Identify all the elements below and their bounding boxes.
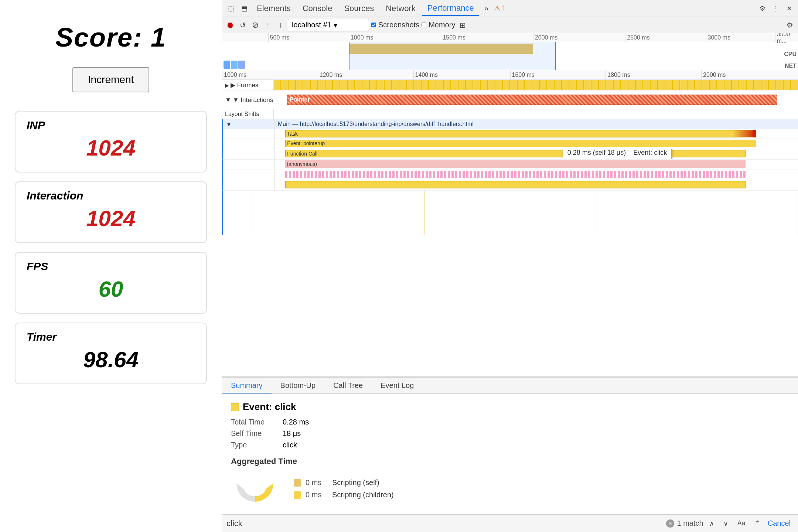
empty-track-area (222, 191, 798, 235)
main-thread-header: ▼ Main — http://localhost:5173/understan… (222, 119, 798, 129)
frames-expand-icon[interactable]: ▶ (225, 82, 229, 88)
task-content: Task (275, 129, 798, 139)
interactions-collapse-icon[interactable]: ▼ (225, 96, 231, 104)
search-input[interactable] (226, 519, 663, 528)
warning-count: 1 (502, 4, 506, 12)
aggregated-donut-chart (231, 472, 279, 505)
frames-content (274, 80, 798, 91)
bottom-up-tab[interactable]: Bottom-Up (272, 378, 325, 393)
fps-value: 60 (27, 276, 195, 302)
type-row: Type click (231, 441, 789, 449)
interactions-track: ▼ ▼ Interactions Pointer (222, 91, 798, 109)
screenshots-strip (222, 61, 798, 69)
clear-button[interactable]: ⊘ (250, 20, 260, 30)
aggregated-title: Aggregated Time (231, 457, 789, 466)
interaction-card: Interaction 1024 (15, 181, 207, 243)
layout-shifts-track: Layout Shifts (222, 109, 798, 119)
event-pointerup-label-cell (223, 139, 275, 149)
tab-sources[interactable]: Sources (339, 1, 379, 16)
increment-button[interactable]: Increment (72, 67, 150, 92)
cpu-label: CPU (784, 51, 797, 58)
pink-bars-label-cell (223, 170, 275, 180)
search-next-button[interactable]: ∨ (720, 518, 732, 529)
devtools-device-icon[interactable]: ⬒ (238, 3, 250, 14)
score-display: Score: 1 (55, 22, 166, 52)
tab-console[interactable]: Console (297, 1, 338, 16)
anonymous-track: (anonymous) (222, 160, 798, 170)
download-button[interactable]: ↓ (275, 20, 286, 30)
memory-checkbox[interactable] (422, 23, 426, 27)
task-label-cell (223, 129, 275, 139)
search-cancel-button[interactable]: Cancel (765, 518, 794, 529)
url-selector[interactable]: localhost #1 ▾ (288, 19, 369, 31)
function-call-track: Function Call 0.28 ms (self 18 μs) Event… (222, 149, 798, 160)
memory-icon[interactable]: ⊞ (457, 20, 468, 30)
main-tick-1600: 1600 ms (510, 70, 535, 79)
pointer-interaction-bar[interactable]: Pointer (287, 95, 777, 105)
url-label: localhost #1 (292, 21, 331, 29)
pink-bars-content (275, 170, 798, 180)
search-prev-button[interactable]: ∧ (706, 518, 717, 529)
chart-legend: 0 ms Scripting (self) 0 ms Scripting (ch… (294, 478, 394, 499)
tooltip-timing: 0.28 ms (self 18 μs) (567, 149, 626, 156)
interactions-label[interactable]: ▼ ▼ Interactions (222, 91, 276, 109)
legend-val-1: 0 ms (306, 491, 328, 499)
marker-line-3 (597, 191, 597, 235)
call-tree-tab[interactable]: Call Tree (324, 378, 372, 393)
event-pointerup-content: Event: pointerup (275, 139, 798, 149)
memory-label: Memory (429, 21, 455, 29)
performance-toolbar: ⏺ ↺ ⊘ ↑ ↓ localhost #1 ▾ Screenshots Mem… (222, 17, 798, 33)
self-time-value: 18 μs (283, 429, 301, 438)
yellow-bottom-track (222, 180, 798, 191)
devtools-picker-icon[interactable]: ⬚ (225, 3, 237, 14)
settings-icon[interactable]: ⚙ (757, 3, 768, 14)
more-tabs-icon[interactable]: » (481, 3, 492, 14)
main-tick-1400: 1400 ms (413, 70, 438, 79)
tab-performance[interactable]: Performance (422, 1, 479, 16)
toolbar-settings-icon[interactable]: ⚙ (785, 20, 795, 30)
legend-val-0: 0 ms (306, 478, 328, 487)
record-button[interactable]: ⏺ (225, 20, 235, 30)
close-icon[interactable]: ✕ (783, 3, 795, 14)
total-time-value: 0.28 ms (283, 418, 309, 426)
interaction-value: 1024 (27, 206, 195, 231)
screenshots-toggle[interactable]: Screenshots (371, 21, 419, 29)
event-name: Event: click (243, 401, 296, 413)
event-log-tab[interactable]: Event Log (372, 378, 423, 393)
task-bar[interactable]: Task (285, 130, 756, 137)
anonymous-bar[interactable]: (anonymous) (285, 160, 746, 168)
upload-button[interactable]: ↑ (263, 20, 273, 30)
search-regex-button[interactable]: .* (751, 518, 762, 529)
timeline-tracks: ▶ ▶ Frames ▼ ▼ Interactions (222, 80, 798, 376)
interactions-content: Pointer (276, 91, 798, 109)
url-dropdown-icon[interactable]: ▾ (334, 21, 337, 30)
interaction-label: Interaction (27, 190, 195, 202)
tick-500: 500 ms (268, 33, 289, 42)
screenshots-checkbox[interactable] (371, 23, 376, 27)
tab-elements[interactable]: Elements (252, 1, 296, 16)
interactions-text: ▼ Interactions (233, 96, 273, 104)
warning-triangle-icon: ⚠ (494, 4, 501, 13)
tab-network[interactable]: Network (381, 1, 421, 16)
legend-color-0 (294, 479, 301, 487)
event-color-indicator (231, 403, 239, 411)
timeline-overview[interactable]: 500 ms 1000 ms 1500 ms 2000 ms 2500 ms 3… (222, 33, 798, 70)
legend-label-0: Scripting (self) (332, 478, 379, 487)
main-tick-1800: 1800 ms (606, 70, 630, 79)
type-value: click (283, 441, 297, 449)
function-call-bar[interactable]: Function Call (285, 150, 746, 157)
search-case-sensitive-button[interactable]: Aa (734, 518, 748, 529)
type-label: Type (231, 441, 275, 449)
function-call-tooltip: 0.28 ms (self 18 μs) Event: click (563, 149, 672, 159)
memory-toggle[interactable]: Memory (422, 21, 455, 29)
tooltip-context: Event: click (633, 149, 667, 156)
event-pointerup-bar[interactable]: Event: pointerup (285, 140, 756, 147)
frames-label[interactable]: ▶ ▶ Frames (222, 80, 274, 91)
devtools-header: ⬚ ⬒ Elements Console Sources Network Per… (222, 0, 798, 17)
summary-tab[interactable]: Summary (222, 378, 272, 393)
more-options-icon[interactable]: ⋮ (770, 3, 782, 14)
search-clear-button[interactable]: ✕ (666, 519, 674, 528)
reload-record-button[interactable]: ↺ (238, 20, 248, 30)
aggregated-content: 0 ms Scripting (self) 0 ms Scripting (ch… (231, 472, 789, 505)
main-thread-expand-icon[interactable]: ▼ (226, 121, 232, 127)
